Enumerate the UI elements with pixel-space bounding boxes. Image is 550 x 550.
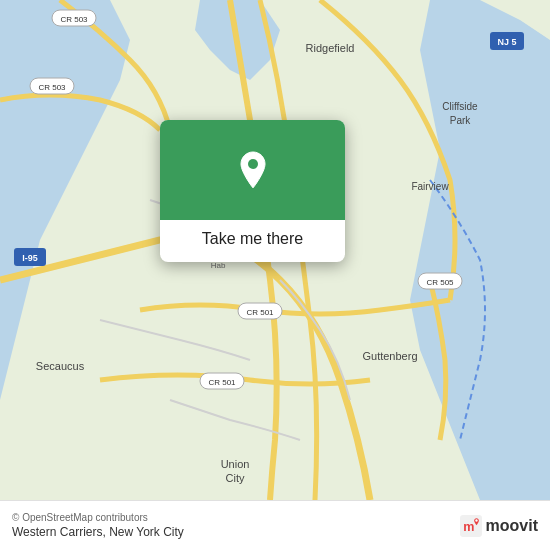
svg-text:Fairview: Fairview xyxy=(411,181,449,192)
svg-text:Park: Park xyxy=(450,115,472,126)
svg-text:Guttenberg: Guttenberg xyxy=(362,350,417,362)
svg-text:Secaucus: Secaucus xyxy=(36,360,85,372)
popup-header xyxy=(160,120,345,220)
svg-text:City: City xyxy=(226,472,245,484)
map-area[interactable]: CR 503 CR 503 I-95 NJ 5 CR 501 CR 501 CR… xyxy=(0,0,550,500)
svg-text:Ridgefield: Ridgefield xyxy=(306,42,355,54)
svg-point-30 xyxy=(475,519,477,521)
map-attribution: © OpenStreetMap contributors xyxy=(12,512,184,523)
location-popup: Take me there xyxy=(160,120,345,262)
svg-point-27 xyxy=(248,159,258,169)
svg-text:m: m xyxy=(463,519,474,533)
location-label: Western Carriers, New York City xyxy=(12,525,184,539)
take-me-there-button[interactable]: Take me there xyxy=(160,220,345,262)
moovit-logo: m moovit xyxy=(460,515,538,537)
bottom-bar: © OpenStreetMap contributors Western Car… xyxy=(0,500,550,550)
svg-text:NJ 5: NJ 5 xyxy=(497,37,516,47)
location-pin-icon xyxy=(231,148,275,192)
svg-text:CR 503: CR 503 xyxy=(60,15,88,24)
svg-text:I-95: I-95 xyxy=(22,253,38,263)
svg-text:Hab: Hab xyxy=(211,261,226,270)
svg-text:Cliffside: Cliffside xyxy=(442,101,478,112)
moovit-logo-icon: m xyxy=(460,515,482,537)
svg-text:CR 501: CR 501 xyxy=(246,308,274,317)
moovit-brand-text: moovit xyxy=(486,517,538,535)
svg-text:CR 503: CR 503 xyxy=(38,83,66,92)
svg-text:CR 505: CR 505 xyxy=(426,278,454,287)
svg-text:CR 501: CR 501 xyxy=(208,378,236,387)
svg-text:Union: Union xyxy=(221,458,250,470)
